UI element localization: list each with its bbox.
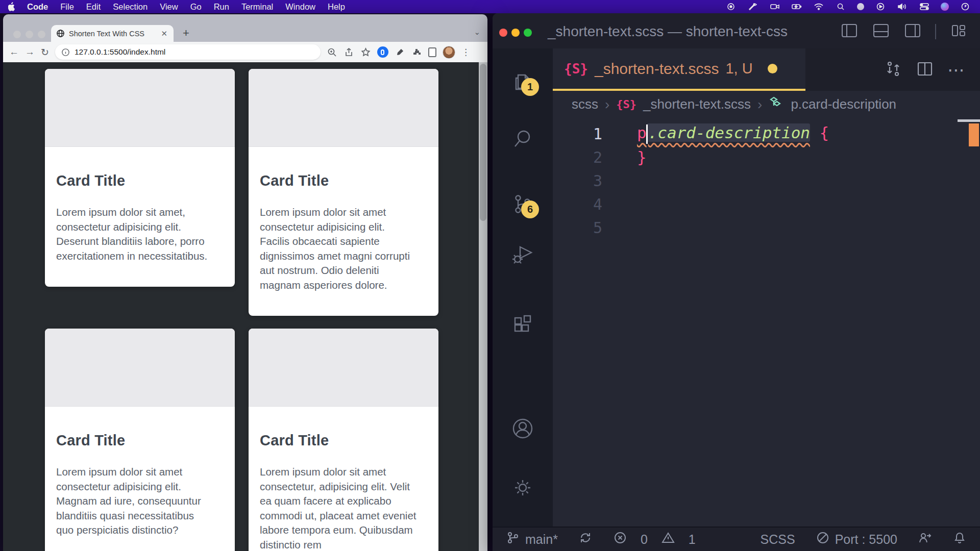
address-bar[interactable]: 127.0.0.1:5500/index.html	[55, 44, 321, 60]
toggle-secondary-sidebar-icon[interactable]	[903, 21, 922, 42]
toggle-panel-icon[interactable]	[872, 21, 890, 42]
customize-layout-icon[interactable]	[949, 21, 968, 42]
play-circle-icon[interactable]	[875, 2, 886, 11]
browser-tab[interactable]: Shorten Text With CSS ✕	[51, 25, 174, 42]
search-icon[interactable]	[835, 2, 846, 11]
git-branch-label[interactable]: main*	[525, 532, 558, 547]
menu-view[interactable]: View	[160, 2, 178, 12]
menu-file[interactable]: File	[60, 2, 74, 12]
menu-app-name[interactable]: Code	[27, 2, 48, 12]
warnings-count[interactable]: 1	[689, 532, 696, 547]
tab-close-icon[interactable]: ✕	[160, 29, 168, 38]
tab-git-decoration: 1, U	[725, 60, 752, 77]
password-manager-extension-icon[interactable]	[377, 46, 388, 58]
siri-icon[interactable]	[941, 3, 949, 11]
bookmark-star-icon[interactable]	[360, 47, 371, 58]
open-changes-icon[interactable]	[884, 60, 902, 80]
forward-icon[interactable]: →	[25, 46, 35, 58]
window-title: _shorten-text.scss — shorten-text-css	[548, 23, 788, 40]
toggle-sidebar-icon[interactable]	[840, 21, 859, 42]
notifications-bell-icon[interactable]	[952, 531, 967, 548]
screen-record-icon[interactable]	[769, 2, 780, 11]
extensions-icon[interactable]	[510, 311, 535, 336]
warnings-icon[interactable]	[661, 531, 675, 548]
feedback-icon[interactable]	[918, 531, 932, 548]
browser-scrollbar[interactable]	[479, 62, 487, 551]
battery-icon[interactable]	[791, 2, 802, 11]
card-image-placeholder	[45, 329, 235, 407]
menu-terminal[interactable]: Terminal	[241, 2, 273, 12]
eyedropper-extension-icon[interactable]	[395, 47, 405, 58]
vscode-minimize-button[interactable]	[511, 29, 520, 37]
menu-window[interactable]: Window	[285, 2, 315, 12]
tab-overflow-chevron-icon[interactable]: ⌄	[474, 28, 480, 37]
clock-icon[interactable]	[960, 2, 971, 11]
sync-icon[interactable]	[578, 531, 593, 548]
card-description: Lorem ipsum dolor sit amet consectetur a…	[56, 465, 213, 538]
more-actions-icon[interactable]: ⋯	[947, 65, 966, 75]
text-cursor	[646, 124, 648, 144]
code-line-1[interactable]: p.card-description {	[637, 123, 829, 144]
code-editor[interactable]: 1 p.card-description { 2 } 3 4 5	[553, 118, 980, 239]
vscode-title-bar[interactable]: _shorten-text.scss — shorten-text-css	[493, 13, 980, 48]
vscode-close-button[interactable]	[499, 29, 507, 37]
browser-zoom-button[interactable]	[38, 31, 45, 38]
control-center-icon[interactable]	[919, 2, 930, 11]
card: Card Title Lorem ipsum dolor sit amet co…	[249, 329, 438, 551]
apple-logo-icon[interactable]	[8, 2, 16, 11]
record-icon[interactable]	[725, 2, 737, 11]
menu-help[interactable]: Help	[328, 2, 345, 12]
settings-gear-icon[interactable]	[510, 475, 535, 500]
split-editor-icon[interactable]	[916, 60, 934, 80]
line-number: 1	[553, 125, 602, 143]
volume-icon[interactable]	[897, 2, 908, 11]
new-tab-button[interactable]: +	[183, 27, 189, 40]
site-info-icon[interactable]	[61, 48, 70, 57]
menu-selection[interactable]: Selection	[113, 2, 148, 12]
card-image-placeholder	[249, 329, 438, 407]
port-slash-icon[interactable]	[816, 531, 830, 548]
rocket-icon[interactable]	[747, 2, 758, 11]
editor-tab[interactable]: {S} _shorten-text.scss 1, U	[553, 48, 805, 91]
card-grid: Card Title Lorem ipsum dolor sit amet, c…	[45, 69, 438, 551]
reload-icon[interactable]: ↻	[41, 46, 49, 58]
line-number: 5	[553, 219, 602, 237]
menu-run[interactable]: Run	[214, 2, 229, 12]
run-debug-icon[interactable]	[510, 241, 535, 266]
git-branch-icon[interactable]	[506, 531, 520, 548]
card-description: Lorem ipsum dolor sit amet, consectetur …	[56, 205, 213, 263]
scrollbar-thumb[interactable]	[480, 64, 486, 221]
scss-file-icon: {S}	[616, 98, 636, 111]
menu-go[interactable]: Go	[190, 2, 202, 12]
breadcrumb-symbol[interactable]: p.card-description	[791, 96, 896, 112]
language-mode[interactable]: SCSS	[761, 532, 795, 547]
wifi-icon[interactable]	[813, 2, 824, 11]
account-icon[interactable]	[510, 416, 535, 441]
live-server-port[interactable]: Port : 5500	[835, 532, 897, 547]
profile-avatar[interactable]	[443, 46, 455, 59]
titlebar-separator	[935, 24, 936, 39]
unsaved-dot-icon[interactable]	[768, 64, 777, 73]
errors-count[interactable]: 0	[641, 532, 648, 547]
card-description: Lorem ipsum dolor sit amet consectetur, …	[260, 465, 417, 551]
dnd-icon[interactable]	[857, 3, 864, 10]
vscode-zoom-button[interactable]	[524, 29, 532, 37]
status-bar: main* 0 1 SCSS Port : 5500	[493, 527, 980, 551]
source-control-badge: 6	[521, 201, 539, 218]
share-icon[interactable]	[344, 47, 354, 58]
code-line-2[interactable]: }	[637, 148, 647, 166]
extensions-puzzle-icon[interactable]	[411, 47, 422, 58]
zoom-icon[interactable]	[327, 47, 337, 58]
breadcrumbs[interactable]: scss › {S} _shorten-text.scss › p.card-d…	[553, 91, 980, 118]
breadcrumb-folder[interactable]: scss	[572, 96, 598, 112]
card-image-placeholder	[45, 69, 235, 147]
search-icon[interactable]	[510, 126, 535, 152]
browser-close-button[interactable]	[13, 31, 21, 38]
menu-edit[interactable]: Edit	[86, 2, 101, 12]
browser-minimize-button[interactable]	[26, 31, 33, 38]
breadcrumb-file[interactable]: _shorten-text.scss	[643, 96, 751, 112]
errors-icon[interactable]	[613, 531, 627, 548]
side-panel-icon[interactable]	[428, 47, 436, 57]
browser-menu-icon[interactable]: ⋮	[461, 47, 470, 58]
back-icon[interactable]: ←	[9, 46, 19, 58]
